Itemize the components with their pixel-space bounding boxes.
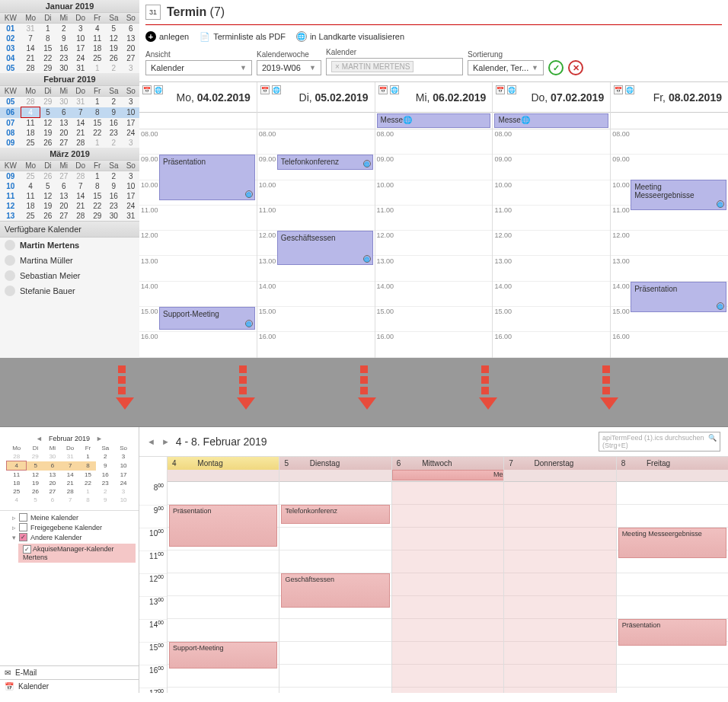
cal-day[interactable]: 22 <box>89 128 105 138</box>
cal-day[interactable]: 30 <box>56 63 72 73</box>
nav-day[interactable]: 7 <box>61 496 80 504</box>
cal-day[interactable]: 18 <box>21 128 40 138</box>
cal-day[interactable]: 21 <box>72 201 89 211</box>
cal-day[interactable]: 31 <box>123 211 139 221</box>
nav-day[interactable]: 27 <box>44 487 61 496</box>
cal-day[interactable]: 28 <box>72 171 89 182</box>
cal-day[interactable]: 22 <box>89 201 105 211</box>
cal-day[interactable]: 14 <box>21 43 40 53</box>
my-calendars-group[interactable]: ▹Meine Kalender <box>3 512 136 522</box>
cal-day[interactable]: 25 <box>21 138 40 148</box>
cal-day[interactable]: 6 <box>56 107 72 118</box>
cal-day[interactable]: 11 <box>0 191 21 201</box>
cal-day[interactable]: 05 <box>0 97 21 107</box>
next-month-icon[interactable]: ► <box>96 435 103 442</box>
user-calendar-item[interactable]: Martina Müller <box>0 253 139 268</box>
cal-day[interactable]: 15 <box>89 191 105 201</box>
cal-day[interactable]: 12 <box>0 201 21 211</box>
calendar-event[interactable]: Meeting Messeergebnisse🌐 <box>631 180 726 210</box>
cal-day[interactable]: 30 <box>56 97 72 107</box>
nav-day[interactable]: 1 <box>79 487 96 496</box>
cal-day[interactable]: 13 <box>0 211 21 221</box>
nav-day[interactable]: 3 <box>114 487 133 496</box>
cal-day[interactable]: 1 <box>89 171 105 182</box>
calendar-select[interactable]: × MARTIN MERTENS <box>326 58 463 75</box>
cal-day[interactable]: 3 <box>72 24 89 34</box>
cal-day[interactable]: 10 <box>0 181 21 191</box>
allday-event[interactable]: Messe🌐 <box>377 113 491 128</box>
cal-day[interactable]: 20 <box>56 201 72 211</box>
cal-day[interactable]: 27 <box>123 53 139 63</box>
cal-day[interactable]: 24 <box>123 201 139 211</box>
cal-day[interactable]: 03 <box>0 43 21 53</box>
nav-day[interactable]: 18 <box>7 479 27 487</box>
nav-day[interactable]: 22 <box>79 479 96 487</box>
cal-day[interactable]: 06 <box>0 107 21 118</box>
cal-day[interactable]: 12 <box>40 191 56 201</box>
day-globe-icon[interactable]: 🌐 <box>625 85 634 94</box>
nav-day[interactable]: 28 <box>61 487 80 496</box>
nav-day[interactable]: 11 <box>7 471 27 480</box>
cal-day[interactable]: 29 <box>40 63 56 73</box>
cal-day[interactable]: 16 <box>105 118 122 129</box>
create-button[interactable]: +anlegen <box>145 31 189 42</box>
day-cal-icon[interactable]: 📅 <box>260 85 270 94</box>
cal-day[interactable]: 15 <box>40 43 56 53</box>
cal-day[interactable]: 04 <box>0 53 21 63</box>
cal-day[interactable]: 9 <box>105 107 122 118</box>
cal-day[interactable]: 29 <box>40 97 56 107</box>
calendar-event[interactable]: Präsentation🌐 <box>159 155 255 200</box>
cal-day[interactable]: 5 <box>40 107 56 118</box>
cal-day[interactable]: 6 <box>56 181 72 191</box>
cal-day[interactable]: 8 <box>89 181 105 191</box>
outlook-event[interactable]: Telefonkonferenz <box>281 505 389 524</box>
nav-day[interactable]: 4 <box>7 496 27 504</box>
cal-day[interactable]: 9 <box>105 181 122 191</box>
calendar-event[interactable]: Präsentation🌐 <box>631 282 726 312</box>
cal-day[interactable]: 7 <box>72 107 89 118</box>
cal-day[interactable]: 25 <box>21 171 40 182</box>
cal-day[interactable]: 26 <box>40 138 56 148</box>
nav-day[interactable]: 5 <box>27 496 44 504</box>
cal-day[interactable]: 14 <box>72 191 89 201</box>
cal-day[interactable]: 3 <box>123 63 139 73</box>
cal-day[interactable]: 5 <box>40 181 56 191</box>
other-calendars-group[interactable]: ▾✓Andere Kalender <box>3 532 136 542</box>
nav-day[interactable]: 30 <box>44 452 61 461</box>
outlook-event[interactable]: Meeting Messeergebnisse <box>618 528 726 558</box>
nav-day[interactable]: 16 <box>96 471 114 480</box>
cal-day[interactable]: 17 <box>123 191 139 201</box>
nav-day[interactable]: 28 <box>7 452 27 461</box>
next-week-icon[interactable]: ► <box>161 437 170 446</box>
cal-day[interactable]: 5 <box>105 24 122 34</box>
cal-day[interactable]: 26 <box>105 53 122 63</box>
cal-day[interactable]: 6 <box>123 24 139 34</box>
nav-day[interactable]: 20 <box>44 479 61 487</box>
email-nav[interactable]: ✉E-Mail <box>0 665 139 679</box>
cal-day[interactable]: 10 <box>123 107 139 118</box>
cal-day[interactable]: 23 <box>105 128 122 138</box>
nav-day[interactable]: 4 <box>7 461 27 471</box>
nav-day[interactable]: 7 <box>61 461 80 471</box>
cal-day[interactable]: 30 <box>105 211 122 221</box>
cal-day[interactable]: 22 <box>40 53 56 63</box>
search-input[interactable]: apiTermFeed (1).ics durchsuchen (Strg+E)… <box>599 432 720 452</box>
user-calendar-item[interactable]: Sebastian Meier <box>0 268 139 283</box>
cal-day[interactable]: 14 <box>72 118 89 129</box>
cal-day[interactable]: 12 <box>105 34 122 43</box>
shared-calendars-group[interactable]: ▹Freigegebene Kalender <box>3 522 136 532</box>
allday-event[interactable]: Messe🌐 <box>494 113 608 128</box>
cal-day[interactable]: 2 <box>105 63 122 73</box>
day-cal-icon[interactable]: 📅 <box>142 85 152 94</box>
nav-day[interactable]: 2 <box>96 487 114 496</box>
cal-day[interactable]: 16 <box>105 191 122 201</box>
cal-day[interactable]: 27 <box>56 138 72 148</box>
nav-day[interactable]: 6 <box>44 461 61 471</box>
nav-day[interactable]: 6 <box>44 496 61 504</box>
cal-day[interactable]: 27 <box>56 171 72 182</box>
prev-month-icon[interactable]: ◄ <box>36 435 43 442</box>
nav-day[interactable]: 9 <box>96 461 114 471</box>
cal-day[interactable]: 05 <box>0 63 21 73</box>
nav-day[interactable]: 31 <box>61 452 80 461</box>
nav-day[interactable]: 12 <box>27 471 44 480</box>
